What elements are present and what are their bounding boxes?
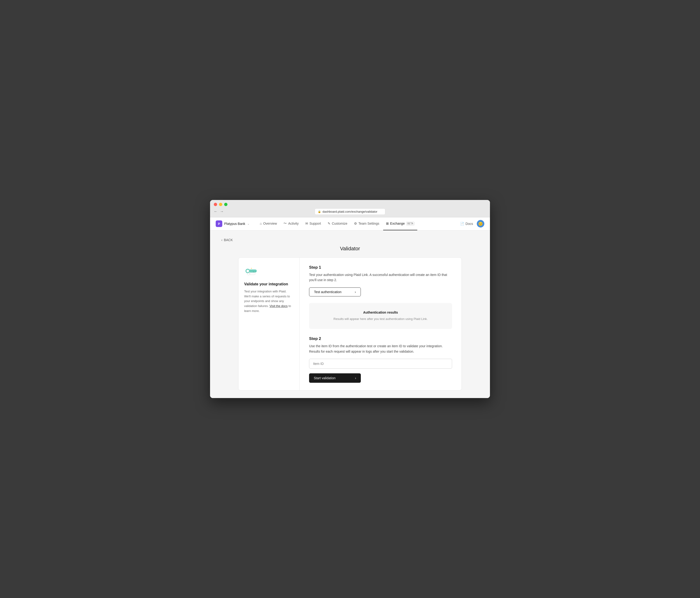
visit-docs-link[interactable]: Visit the docs (270, 304, 288, 308)
nav-item-activity[interactable]: 〜 Activity (281, 217, 301, 230)
nav-item-customize[interactable]: ✎ Customize (325, 217, 350, 230)
auth-results-box: Authentication results Results will appe… (309, 303, 452, 329)
nav-arrows: ← → (214, 209, 224, 214)
exchange-icon: ⊞ (386, 222, 389, 225)
address-bar-row: ← → 🔒 dashboard.plaid.com/exchange/valid… (214, 208, 486, 217)
validator-container: + Validate your integration Test your in… (238, 257, 462, 391)
home-icon: ⌂ (260, 222, 262, 225)
customize-icon: ✎ (328, 222, 330, 225)
back-link[interactable]: ‹ BACK (221, 238, 479, 242)
support-icon: ✉ (305, 222, 308, 225)
nav-label-team-settings: Team Settings (358, 222, 379, 225)
docs-icon: 📄 (460, 222, 464, 226)
app-navbar: P Platypus Bank ⌄ ⌂ Overview 〜 Activity … (210, 217, 490, 230)
page-content: ‹ BACK Validator (210, 230, 490, 398)
svg-rect-3 (253, 271, 254, 272)
beta-badge: BETA (406, 222, 415, 225)
step1-desc: Test your authentication using Plaid Lin… (309, 272, 452, 283)
nav-items: ⌂ Overview 〜 Activity ✉ Support ✎ Custom… (257, 217, 460, 230)
address-bar[interactable]: 🔒 dashboard.plaid.com/exchange/validator (315, 208, 385, 215)
svg-rect-4 (255, 271, 256, 272)
svg-point-2 (247, 270, 249, 272)
traffic-light-green[interactable] (224, 203, 227, 206)
left-panel: + Validate your integration Test your in… (239, 257, 300, 390)
right-panel: Step 1 Test your authentication using Pl… (300, 257, 461, 390)
back-button[interactable]: ← (214, 209, 218, 214)
left-panel-desc: Test your integration with Plaid. We'll … (244, 289, 294, 314)
url-text: dashboard.plaid.com/exchange/validator (323, 210, 377, 214)
avatar[interactable]: 😊 (477, 220, 484, 227)
key-illustration: + (244, 265, 294, 277)
start-validation-label: Start validation (314, 376, 336, 380)
brand-chevron: ⌄ (247, 222, 250, 225)
brand-logo: P (216, 220, 222, 227)
step2-desc: Use the item ID from the authentication … (309, 344, 452, 354)
traffic-lights (214, 203, 486, 206)
nav-label-overview: Overview (263, 222, 277, 225)
nav-right: 📄 Docs 😊 (460, 220, 484, 227)
page-title: Validator (221, 246, 479, 252)
docs-label: Docs (466, 222, 473, 226)
nav-label-exchange: Exchange (390, 222, 405, 225)
browser-chrome: ← → 🔒 dashboard.plaid.com/exchange/valid… (210, 200, 490, 217)
nav-item-overview[interactable]: ⌂ Overview (257, 217, 280, 230)
brand-name: Platypus Bank (224, 222, 245, 226)
nav-label-activity: Activity (288, 222, 299, 225)
step2-title: Step 2 (309, 337, 452, 341)
back-label: BACK (224, 238, 233, 242)
step1-title: Step 1 (309, 265, 452, 270)
nav-label-support: Support (309, 222, 321, 225)
svg-rect-6 (250, 273, 255, 275)
brand[interactable]: P Platypus Bank ⌄ (216, 220, 250, 227)
item-id-input[interactable] (309, 359, 452, 369)
lock-icon: 🔒 (318, 210, 321, 213)
left-panel-title: Validate your integration (244, 282, 294, 286)
forward-button[interactable]: → (220, 209, 224, 214)
activity-icon: 〜 (283, 221, 287, 226)
test-authentication-button[interactable]: Test authentication › (309, 288, 361, 296)
test-auth-arrow-icon: › (355, 290, 356, 294)
svg-text:+: + (251, 267, 252, 270)
browser-window: ← → 🔒 dashboard.plaid.com/exchange/valid… (210, 200, 490, 398)
auth-results-desc: Results will appear here after you test … (315, 317, 446, 322)
docs-link[interactable]: 📄 Docs (460, 222, 473, 226)
auth-results-title: Authentication results (315, 310, 446, 314)
traffic-light-red[interactable] (214, 203, 217, 206)
nav-item-exchange[interactable]: ⊞ Exchange BETA (383, 217, 418, 230)
nav-item-team-settings[interactable]: ⚙ Team Settings (351, 217, 382, 230)
traffic-light-yellow[interactable] (219, 203, 222, 206)
start-validation-button[interactable]: Start validation › (309, 373, 361, 383)
start-validation-arrow-icon: › (355, 376, 356, 380)
nav-label-customize: Customize (332, 222, 347, 225)
back-arrow-icon: ‹ (221, 238, 223, 242)
test-auth-label: Test authentication (314, 290, 342, 294)
nav-item-support[interactable]: ✉ Support (302, 217, 324, 230)
settings-icon: ⚙ (354, 222, 357, 225)
